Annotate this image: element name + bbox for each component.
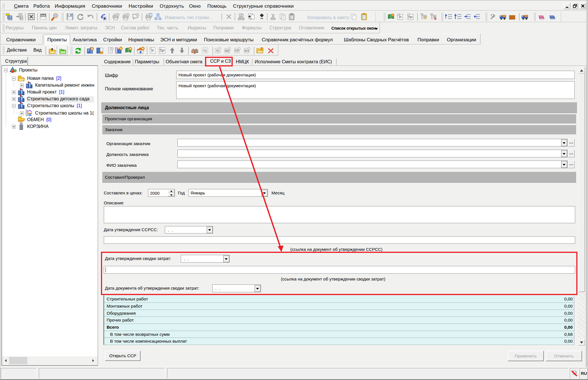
svg-text:%: % xyxy=(203,48,207,53)
svg-text:ПР: ПР xyxy=(408,16,413,19)
svg-text:PDF: PDF xyxy=(41,15,46,17)
svg-text:%: % xyxy=(216,49,219,52)
svg-text:P: P xyxy=(399,15,402,19)
